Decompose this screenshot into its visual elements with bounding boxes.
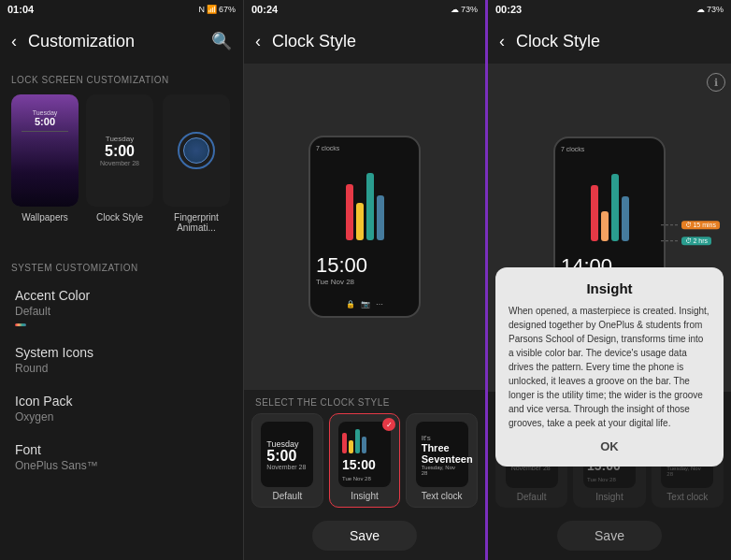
- clock-style-label: Clock Style: [96, 212, 143, 223]
- status-bar-1: 01:04 N 📶 67%: [0, 0, 243, 19]
- dashed-line-2: [661, 240, 678, 241]
- insight-ok-button[interactable]: OK: [600, 439, 619, 453]
- bar-blue: [377, 195, 384, 240]
- battery-1: 67%: [219, 5, 236, 14]
- mini-bar-2: [349, 440, 353, 453]
- dashed-line-1: [661, 224, 678, 225]
- insight-popup: Insight When opened, a masterpiece is cr…: [495, 267, 724, 467]
- thumb-row: Tuesday 5:00 Wallpapers Tuesday 5:00 Nov…: [0, 91, 243, 244]
- battery-3: 73%: [707, 5, 724, 14]
- panel-customization: 01:04 N 📶 67% ‹ Customization 🔍 LOCK SCR…: [0, 0, 244, 560]
- bar-teal: [366, 173, 374, 240]
- phone-mockup-2: 7 clocks 15:00 Tue Nov 28 🔒 📷 ⋯: [308, 136, 421, 318]
- clock-style-preview: Tuesday 5:00 November 28: [86, 94, 153, 207]
- more-icon: ⋯: [376, 300, 383, 309]
- page-title-2: Clock Style: [272, 32, 474, 51]
- fingerprint-preview: [163, 94, 230, 207]
- menu-item-icon-pack[interactable]: Icon Pack Oxygen: [0, 384, 243, 433]
- bar-orange-3: [601, 211, 609, 241]
- save-btn-area-2: Save: [244, 515, 485, 560]
- cloud-icon: ☁: [451, 5, 459, 14]
- insight-popup-title: Insight: [509, 280, 710, 296]
- fingerprint-label: Fingerprint Animati...: [161, 212, 232, 233]
- top-bar-3: ‹ Clock Style: [488, 19, 731, 64]
- menu-item-icons[interactable]: System Icons Round: [0, 336, 243, 384]
- system-icons-sub: Round: [15, 362, 228, 375]
- top-bar-1: ‹ Customization 🔍: [0, 19, 243, 64]
- top-bar-2: ‹ Clock Style: [244, 19, 485, 64]
- phone-time: 15:00 Tue Nov 28: [316, 253, 413, 286]
- bar-yellow: [356, 203, 364, 240]
- font-title: Font: [15, 442, 228, 457]
- clock-option-text[interactable]: It's Three Seventeen Tuesday, Nov 28 Tex…: [406, 413, 478, 508]
- save-btn-area-3: Save: [488, 515, 731, 560]
- fingerprint-inner: [183, 137, 209, 164]
- phone-app-label: 7 clocks: [316, 145, 339, 151]
- insight-preview: 15:00 Tue Nov 28: [338, 422, 391, 487]
- phone-time-display: 15:00: [316, 253, 413, 278]
- battery-2: 73%: [461, 5, 478, 14]
- page-title-3: Clock Style: [516, 32, 720, 51]
- accent-color-sub: Default: [15, 305, 228, 318]
- option-name-default: Default: [272, 491, 302, 501]
- timer-label-15: ⏱ 15 mins: [661, 221, 720, 229]
- time-2: 00:24: [251, 4, 278, 15]
- fingerprint-circle: [178, 132, 215, 169]
- thumb-box-fingerprint: [163, 94, 230, 207]
- select-label-2: SELECT THE CLOCK STYLE: [244, 390, 485, 413]
- mini-bar-3: [355, 429, 360, 453]
- icon-pack-sub: Oxygen: [15, 410, 228, 424]
- p3-option-name-insight: Insight: [595, 492, 623, 502]
- status-icons-2: ☁ 73%: [451, 5, 478, 14]
- mini-bars: [342, 427, 387, 453]
- back-icon-1[interactable]: ‹: [11, 32, 17, 51]
- timer-labels: ⏱ 15 mins ⏱ 2 hrs: [661, 221, 720, 245]
- bar-red: [346, 184, 353, 240]
- status-icons-1: N 📶 67%: [198, 5, 236, 14]
- thumb-item-clock[interactable]: Tuesday 5:00 November 28 Clock Style: [86, 94, 153, 233]
- default-preview: Tuesday 5:00 November 28: [261, 422, 313, 487]
- search-icon[interactable]: 🔍: [211, 31, 232, 51]
- text-preview: It's Three Seventeen Tuesday, Nov 28: [416, 422, 468, 487]
- clock-option-insight[interactable]: ✓ 15:00 Tue Nov 28 Insight: [329, 413, 401, 508]
- p3-option-name-text: Text clock: [666, 492, 708, 502]
- time-1: 01:04: [7, 4, 34, 15]
- bar-red-3: [591, 185, 598, 241]
- status-icons-3: ☁ 73%: [696, 5, 724, 14]
- back-icon-3[interactable]: ‹: [499, 32, 505, 51]
- info-icon-btn[interactable]: ℹ: [707, 73, 725, 92]
- panel-clock-style: 00:24 ☁ 73% ‹ Clock Style 7 clocks 15:00…: [244, 0, 488, 560]
- clock-option-default[interactable]: Tuesday 5:00 November 28 Default: [251, 413, 323, 508]
- back-icon-2[interactable]: ‹: [255, 32, 261, 51]
- wallpapers-label: Wallpapers: [22, 212, 68, 223]
- icon-pack-title: Icon Pack: [15, 394, 228, 409]
- lock-icon: 🔒: [346, 300, 355, 309]
- nfc-icon: 📶: [207, 5, 217, 14]
- thumb-item-fingerprint[interactable]: Fingerprint Animati...: [161, 94, 232, 233]
- status-bar-2: 00:24 ☁ 73%: [244, 0, 485, 19]
- mini-bar-1: [342, 433, 347, 453]
- insight-bars-3: [591, 166, 629, 241]
- menu-item-font[interactable]: Font OnePlus Sans™: [0, 433, 243, 481]
- phone-top-bar: 7 clocks: [316, 145, 413, 151]
- clock-preview-area: 7 clocks 15:00 Tue Nov 28 🔒 📷 ⋯: [244, 64, 485, 390]
- bar-teal-3: [611, 174, 619, 241]
- timer-label-2h: ⏱ 2 hrs: [661, 237, 720, 245]
- system-icons-title: System Icons: [15, 345, 228, 360]
- wallpaper-clock: Tuesday 5:00: [33, 102, 58, 127]
- clock-options-row: Tuesday 5:00 November 28 Default ✓ 15:00…: [244, 413, 485, 515]
- accent-color-bar: [15, 323, 26, 326]
- insight-popup-body: When opened, a masterpiece is created. I…: [509, 304, 710, 430]
- phone-bottom-icons: 🔒 📷 ⋯: [346, 300, 383, 309]
- camera-icon: 📷: [361, 300, 370, 309]
- thumb-box-clock: Tuesday 5:00 November 28: [86, 94, 153, 207]
- insight-bars: [346, 165, 384, 240]
- time-3: 00:23: [495, 4, 522, 15]
- mini-bar-4: [362, 437, 366, 453]
- menu-item-accent[interactable]: Accent Color Default: [0, 279, 243, 336]
- save-button-2[interactable]: Save: [312, 521, 417, 551]
- lock-screen-section-label: LOCK SCREEN CUSTOMIZATION: [0, 64, 243, 91]
- thumb-item-wallpapers[interactable]: Tuesday 5:00 Wallpapers: [11, 94, 79, 233]
- save-button-3[interactable]: Save: [557, 521, 662, 551]
- accent-color-title: Accent Color: [15, 288, 228, 303]
